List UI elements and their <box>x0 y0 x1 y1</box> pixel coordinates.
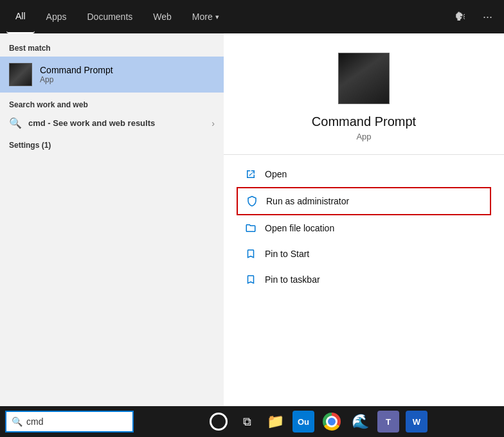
search-icon: 🔍 <box>9 117 22 129</box>
divider <box>224 154 504 155</box>
app-subtitle: App <box>356 132 371 141</box>
nav-right-icons: 🗣 ··· <box>449 8 498 26</box>
best-match-app-name: Command Prompt <box>40 65 113 75</box>
main-area: Best match Command Prompt App Search wor… <box>0 33 504 432</box>
taskbar-search-icon: 🔍 <box>12 416 22 427</box>
search-web-text: cmd - See work and web results <box>28 118 155 128</box>
tab-more[interactable]: More ▾ <box>183 0 228 33</box>
ellipsis-icon[interactable]: ··· <box>478 8 498 26</box>
action-run-admin-label: Run as administrator <box>266 196 349 206</box>
file-location-icon <box>244 222 257 235</box>
taskbar-outlook[interactable]: Ou <box>291 409 316 434</box>
action-open-file[interactable]: Open file location <box>237 215 491 241</box>
settings-label: Settings (1) <box>0 134 224 152</box>
tab-apps[interactable]: Apps <box>37 0 76 33</box>
admin-icon <box>246 195 258 208</box>
action-pin-start-label: Pin to Start <box>265 249 309 259</box>
person-icon[interactable]: 🗣 <box>449 8 471 26</box>
top-navigation: All Apps Documents Web More ▾ 🗣 ··· <box>0 0 504 33</box>
open-icon <box>244 168 257 181</box>
taskbar-search-text: cmd <box>26 416 43 427</box>
tab-documents[interactable]: Documents <box>78 0 141 33</box>
start-icon <box>210 413 228 431</box>
action-pin-taskbar-label: Pin to taskbar <box>265 274 320 285</box>
search-web-item[interactable]: 🔍 cmd - See work and web results › <box>0 112 224 134</box>
action-run-admin[interactable]: Run as administrator <box>237 187 491 215</box>
chevron-down-icon: ▾ <box>215 13 219 21</box>
app-icon-large <box>338 53 390 104</box>
action-pin-taskbar[interactable]: Pin to taskbar <box>237 267 491 292</box>
taskbar-app-tray: ⧉ 📁 Ou 🌊 T W <box>136 409 499 434</box>
chevron-right-icon: › <box>212 118 215 129</box>
taskbar-taskview-button[interactable]: ⧉ <box>234 409 260 434</box>
taskbar-start-button[interactable] <box>206 409 231 434</box>
taskbar-word[interactable]: W <box>404 409 429 434</box>
best-match-text: Command Prompt App <box>40 65 113 84</box>
action-open-file-label: Open file location <box>265 223 334 233</box>
command-prompt-icon <box>9 63 32 86</box>
taskview-icon: ⧉ <box>243 415 251 429</box>
taskbar-edge[interactable]: 🌊 <box>347 409 373 434</box>
file-explorer-icon: 📁 <box>267 413 284 430</box>
action-open-label: Open <box>265 169 287 179</box>
pin-start-icon <box>244 247 257 260</box>
tab-web[interactable]: Web <box>144 0 181 33</box>
taskbar-file-explorer[interactable]: 📁 <box>262 409 288 434</box>
pin-taskbar-icon <box>244 273 257 286</box>
search-work-label: Search work and web <box>0 94 224 112</box>
teams-icon: T <box>377 411 399 433</box>
app-title: Command Prompt <box>312 114 416 129</box>
taskbar: 🔍 cmd ⧉ 📁 Ou 🌊 T <box>0 406 504 437</box>
left-panel: Best match Command Prompt App Search wor… <box>0 33 224 432</box>
action-open[interactable]: Open <box>237 161 491 187</box>
word-icon: W <box>406 411 428 433</box>
chrome-icon <box>323 413 341 431</box>
action-pin-start[interactable]: Pin to Start <box>237 241 491 267</box>
edge-icon: 🌊 <box>352 413 369 430</box>
right-panel: Command Prompt App Open Ru <box>224 33 504 432</box>
action-list: Open Run as administrator Open fil <box>224 161 504 292</box>
tab-all[interactable]: All <box>6 0 35 33</box>
best-match-label: Best match <box>0 40 224 55</box>
best-match-app-type: App <box>40 75 113 84</box>
best-match-item[interactable]: Command Prompt App <box>0 57 224 93</box>
taskbar-chrome[interactable] <box>319 409 345 434</box>
taskbar-teams[interactable]: T <box>375 409 401 434</box>
taskbar-search-box[interactable]: 🔍 cmd <box>5 411 134 433</box>
outlook-icon: Ou <box>292 411 314 433</box>
